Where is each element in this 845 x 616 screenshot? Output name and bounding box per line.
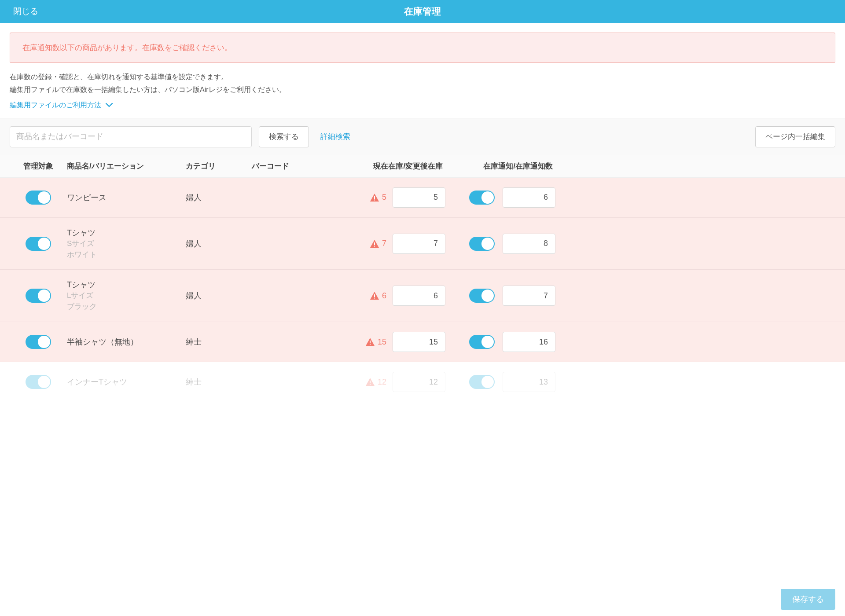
category-cell: 婦人 — [186, 290, 252, 301]
th-category: カテゴリ — [186, 161, 252, 171]
warning-icon — [370, 291, 379, 300]
category-cell: 紳士 — [186, 377, 252, 387]
notify-toggle[interactable] — [469, 335, 495, 349]
notify-toggle[interactable] — [469, 289, 495, 303]
svg-rect-8 — [370, 381, 371, 383]
current-stock-value: 15 — [378, 337, 386, 347]
current-stock-value: 5 — [382, 193, 386, 202]
table-header: 管理対象 商品名/バリエーション カテゴリ バーコード 現在在庫/変更後在庫 在… — [0, 155, 845, 178]
notify-toggle[interactable] — [469, 375, 495, 389]
product-name: Tシャツ — [67, 279, 186, 290]
table-row: TシャツLサイズブラック婦人6 — [0, 270, 845, 322]
stock-input[interactable] — [393, 372, 445, 392]
threshold-input[interactable] — [503, 372, 555, 392]
stock-input[interactable] — [393, 286, 445, 306]
svg-rect-9 — [370, 384, 371, 385]
product-variation: ブラック — [67, 302, 186, 312]
threshold-input[interactable] — [503, 187, 555, 208]
svg-rect-2 — [374, 242, 375, 245]
current-stock-value: 7 — [382, 239, 386, 248]
header: 閉じる 在庫管理 — [0, 0, 845, 23]
product-variation: Sサイズ — [67, 239, 186, 249]
managed-toggle[interactable] — [26, 335, 51, 349]
current-stock-value: 12 — [378, 378, 386, 387]
stock-input[interactable] — [393, 187, 445, 208]
managed-toggle[interactable] — [26, 191, 51, 205]
search-input[interactable] — [10, 126, 252, 147]
th-stock: 現在在庫/変更後在庫 — [313, 161, 445, 171]
table-row: ワンピース婦人5 — [0, 178, 845, 218]
current-stock-value: 6 — [382, 291, 386, 301]
threshold-input[interactable] — [503, 234, 555, 254]
description-line-2: 編集用ファイルで在庫数を一括編集したい方は、パソコン版Airレジをご利用ください… — [10, 84, 835, 96]
help-link[interactable]: 編集用ファイルのご利用方法 — [10, 101, 101, 110]
advanced-search-link[interactable]: 詳細検索 — [320, 132, 350, 142]
managed-toggle[interactable] — [26, 289, 51, 303]
warning-icon — [370, 193, 379, 202]
category-cell: 紳士 — [186, 337, 252, 347]
product-variation: Lサイズ — [67, 291, 186, 301]
description-line-1: 在庫数の登録・確認と、在庫切れを通知する基準値を設定できます。 — [10, 71, 835, 84]
table-row: TシャツSサイズホワイト婦人7 — [0, 218, 845, 270]
bulk-edit-button[interactable]: ページ内一括編集 — [755, 126, 835, 147]
notify-toggle[interactable] — [469, 237, 495, 251]
search-bar: 検索する 詳細検索 ページ内一括編集 — [0, 118, 845, 155]
svg-rect-4 — [374, 294, 375, 297]
th-threshold: 在庫通知/在庫通知数 — [445, 161, 555, 171]
notify-toggle[interactable] — [469, 191, 495, 205]
product-name: インナーTシャツ — [67, 377, 186, 387]
description-text: 在庫数の登録・確認と、在庫切れを通知する基準値を設定できます。 編集用ファイルで… — [0, 71, 845, 100]
category-cell: 婦人 — [186, 192, 252, 203]
chevron-down-icon — [106, 103, 113, 107]
alert-banner: 在庫通知数以下の商品があります。在庫数をご確認ください。 — [10, 33, 835, 63]
warning-icon — [370, 239, 379, 248]
svg-rect-3 — [374, 246, 375, 246]
help-link-row: 編集用ファイルのご利用方法 — [0, 100, 845, 118]
svg-rect-1 — [374, 199, 375, 200]
th-barcode: バーコード — [252, 161, 313, 171]
threshold-input[interactable] — [503, 332, 555, 352]
product-name: ワンピース — [67, 192, 186, 203]
product-name: Tシャツ — [67, 227, 186, 238]
threshold-input[interactable] — [503, 286, 555, 306]
page-title: 在庫管理 — [404, 5, 441, 18]
managed-toggle[interactable] — [26, 237, 51, 251]
search-button[interactable]: 検索する — [259, 126, 309, 147]
table-row: 半袖シャツ（無地）紳士15 — [0, 322, 845, 362]
product-name: 半袖シャツ（無地） — [67, 337, 186, 347]
managed-toggle[interactable] — [26, 375, 51, 389]
svg-rect-7 — [370, 344, 371, 345]
stock-input[interactable] — [393, 332, 445, 352]
th-managed: 管理対象 — [10, 161, 67, 171]
svg-rect-0 — [374, 196, 375, 199]
stock-input[interactable] — [393, 234, 445, 254]
svg-rect-5 — [374, 298, 375, 299]
warning-icon — [365, 337, 375, 346]
svg-rect-6 — [370, 341, 371, 343]
table-row: インナーTシャツ紳士12 — [0, 362, 845, 402]
close-button[interactable]: 閉じる — [13, 6, 38, 17]
th-product: 商品名/バリエーション — [67, 161, 186, 171]
product-variation: ホワイト — [67, 250, 186, 260]
warning-icon — [365, 378, 375, 386]
category-cell: 婦人 — [186, 238, 252, 249]
